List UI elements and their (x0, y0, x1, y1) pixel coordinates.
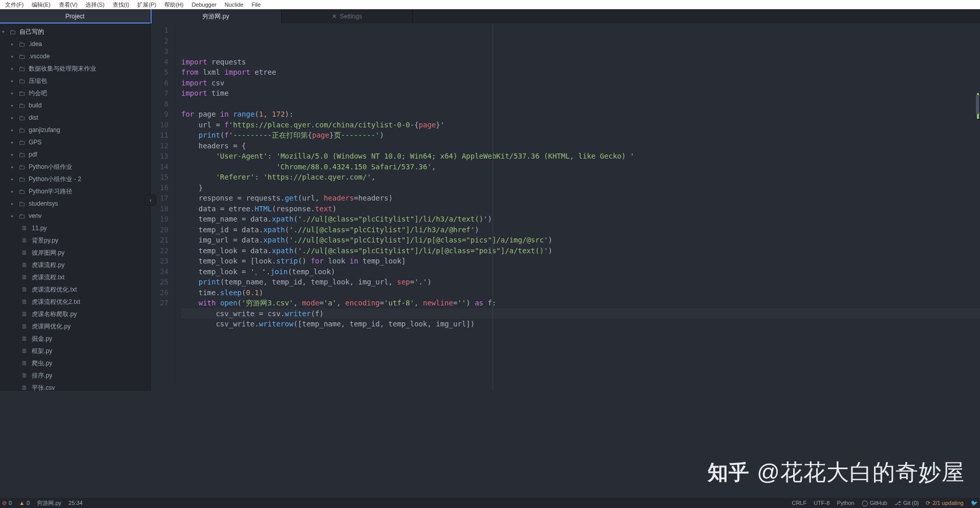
code-line[interactable]: from lxml import etree (181, 67, 980, 78)
code-line[interactable]: temp_look = '、'.join(temp_look) (181, 267, 980, 277)
code-line[interactable]: time.sleep(0.1) (181, 288, 980, 298)
tree-file[interactable]: 排序.py (0, 369, 150, 382)
tree-root[interactable]: ▾自己写的 (0, 26, 150, 38)
menu-i[interactable]: 查找(I) (109, 1, 133, 9)
code-editor[interactable]: 1234567891011121314151617181920212223242… (151, 24, 980, 391)
status-warnings[interactable]: ▲0 (19, 500, 30, 506)
code-line[interactable]: headers = { (181, 141, 980, 151)
sidebar-toggle[interactable]: ‹ (145, 194, 156, 206)
tree-folder[interactable]: ▸数据收集与处理期末作业 (0, 62, 150, 75)
folder-icon (17, 139, 26, 146)
menu-f[interactable]: 文件(F) (1, 1, 28, 9)
status-language[interactable]: Python (837, 500, 854, 506)
code-content[interactable]: import requestsfrom lxml import etreeimp… (175, 24, 980, 391)
editor-area: 穷游网.py✕Settings 123456789101112131415161… (151, 9, 980, 391)
tree-folder[interactable]: ▸build (0, 99, 150, 112)
menu-debugger[interactable]: Debugger (187, 2, 220, 8)
chevron-icon: ▸ (11, 176, 16, 182)
code-line[interactable]: temp_look = [look.strip() for look in te… (181, 256, 980, 267)
tree-folder[interactable]: ▸约会吧 (0, 87, 150, 99)
status-errors[interactable]: ⊘0 (2, 500, 12, 506)
tree-folder[interactable]: ▸压缩包 (0, 75, 150, 87)
code-line[interactable]: } (181, 183, 980, 193)
tree-file[interactable]: 虎课流程.py (0, 259, 150, 271)
status-git[interactable]: ⎇ Git (0) (894, 500, 919, 506)
twitter-icon[interactable]: 🐦 (971, 500, 978, 506)
tree-folder[interactable]: ▸dist (0, 112, 150, 124)
project-tree[interactable]: ▾自己写的▸.idea▸.vscode▸数据收集与处理期末作业▸压缩包▸约会吧▸… (0, 24, 150, 391)
code-line[interactable]: data = etree.HTML(response.text) (181, 204, 980, 214)
tree-label: .idea (29, 40, 42, 48)
code-line[interactable]: import csv (181, 78, 980, 89)
code-line[interactable]: import time (181, 88, 980, 99)
code-line[interactable]: csv_write = csv.writer(f) (181, 308, 980, 319)
code-line[interactable]: csv_write.writerow([temp_name, temp_id, … (181, 319, 980, 329)
tree-folder[interactable]: ▸pdf (0, 148, 150, 161)
tree-folder[interactable]: ▸.idea (0, 38, 150, 50)
code-line[interactable]: 'User-Agent': 'Mozilla/5.0 (Windows NT 1… (181, 151, 980, 162)
folder-icon (17, 151, 26, 159)
menu-nuclide[interactable]: Nuclide (221, 2, 248, 8)
file-icon (20, 274, 29, 281)
project-sidebar: Project ▾自己写的▸.idea▸.vscode▸数据收集与处理期末作业▸… (0, 9, 151, 391)
status-github[interactable]: ◯ GitHub (862, 500, 887, 506)
menu-s[interactable]: 选择(S) (81, 1, 109, 9)
scroll-thumb[interactable] (976, 95, 979, 114)
status-file[interactable]: 穷游网.py (37, 499, 61, 507)
tree-folder[interactable]: ▸GPS (0, 136, 150, 148)
tree-file[interactable]: 掘金.py (0, 333, 150, 345)
tree-file[interactable]: 平张.csv (0, 382, 150, 391)
code-line[interactable]: temp_look = data.xpath('.//ul[@class="pl… (181, 246, 980, 256)
tree-folder[interactable]: ▸ganjizufang (0, 124, 150, 136)
tree-file[interactable]: 框架.py (0, 345, 150, 357)
tree-folder[interactable]: ▸venv (0, 210, 150, 222)
tree-file[interactable]: 虎课名称爬取.py (0, 308, 150, 320)
menu-p[interactable]: 扩展(P) (133, 1, 160, 9)
status-cursor-pos[interactable]: 25:34 (69, 500, 83, 506)
tree-file[interactable]: 爬虫.py (0, 357, 150, 369)
code-line[interactable]: 'Chrome/88.0.4324.150 Safari/537.36', (181, 162, 980, 172)
code-line[interactable]: with open('穷游网3.csv', mode='a', encoding… (181, 298, 980, 308)
tree-label: 虎课流程.py (32, 261, 65, 270)
tree-label: 彼岸图网.py (32, 249, 65, 257)
tab-label: Settings (340, 13, 362, 20)
tree-folder[interactable]: ▸Python小组作业 (0, 161, 150, 173)
menu-v[interactable]: 查看(V) (55, 1, 82, 9)
code-line[interactable]: response = requests.get(url, headers=hea… (181, 193, 980, 204)
code-line[interactable]: print(f'---------正在打印第{page}页--------') (181, 130, 980, 141)
tree-file[interactable]: 背景py.py (0, 234, 150, 247)
chevron-icon: ▸ (11, 78, 16, 83)
code-line[interactable]: for page in range(1, 172): (181, 109, 980, 120)
status-eol[interactable]: CRLF (792, 500, 806, 506)
tree-folder[interactable]: ▸Python学习路径 (0, 185, 150, 197)
code-line[interactable]: url = f'https://place.qyer.com/china/cit… (181, 120, 980, 130)
tab-settings[interactable]: ✕Settings (282, 9, 413, 24)
code-line[interactable]: import requests (181, 57, 980, 68)
menu-h[interactable]: 帮助(H) (160, 1, 187, 9)
tree-label: 爬虫.py (32, 359, 52, 368)
menu-file[interactable]: File (247, 2, 265, 8)
tree-file[interactable]: 虎课流程.txt (0, 271, 150, 283)
status-encoding[interactable]: UTF-8 (814, 500, 829, 506)
code-line[interactable]: img_url = data.xpath('.//ul[@class="plcC… (181, 235, 980, 246)
menu-e[interactable]: 编辑(E) (28, 1, 55, 9)
tree-file[interactable]: 彼岸图网.py (0, 247, 150, 259)
file-icon (20, 249, 29, 256)
editor-scrollbar[interactable] (975, 26, 979, 373)
tree-folder[interactable]: ▸.vscode (0, 50, 150, 62)
code-line[interactable] (181, 329, 980, 340)
code-line[interactable] (181, 99, 980, 109)
tree-file[interactable]: 虎课流程优化2.txt (0, 296, 150, 308)
code-line[interactable]: temp_name = data.xpath('.//ul[@class="pl… (181, 214, 980, 225)
tree-folder[interactable]: ▸Python小组作业 - 2 (0, 173, 150, 185)
code-line[interactable]: temp_id = data.xpath('.//ul[@class="plcC… (181, 225, 980, 235)
tree-file[interactable]: 虎课网优化.py (0, 320, 150, 333)
tree-file[interactable]: 11.py (0, 222, 150, 234)
code-line[interactable]: print(temp_name, temp_id, temp_look, img… (181, 277, 980, 288)
tab-py[interactable]: 穷游网.py (151, 9, 282, 24)
tree-folder[interactable]: ▸studentsys (0, 197, 150, 210)
sidebar-tab-project[interactable]: Project (0, 9, 150, 24)
code-line[interactable]: 'Referer': 'https://place.qyer.com/', (181, 172, 980, 183)
status-fetch[interactable]: ⟳ 2/1 updating (926, 500, 964, 506)
tree-file[interactable]: 虎课流程优化.txt (0, 283, 150, 296)
